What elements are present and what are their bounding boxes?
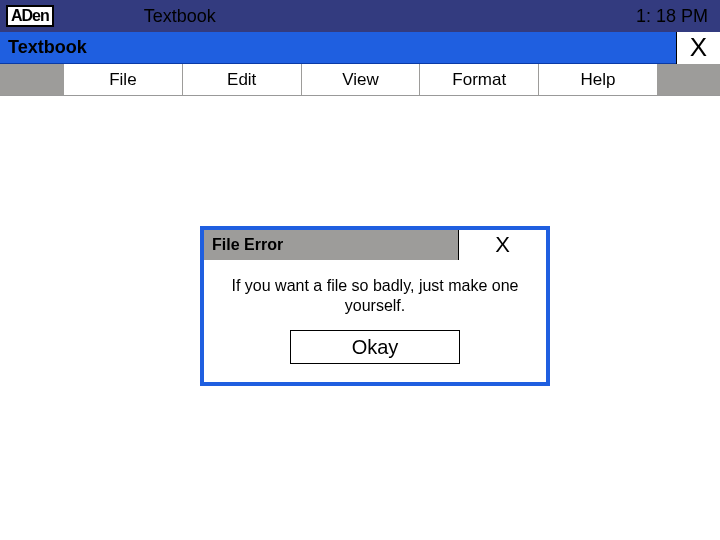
logo-icon: ADen <box>6 5 54 27</box>
system-topbar: ADen Textbook 1: 18 PM <box>0 0 720 32</box>
logo-text: ADen <box>11 7 49 25</box>
menubar-spacer-left <box>0 64 64 95</box>
dialog-actions: Okay <box>204 330 546 382</box>
dialog-title: File Error <box>204 230 458 260</box>
menubar: File Edit View Format Help <box>0 64 720 96</box>
dialog-ok-button[interactable]: Okay <box>290 330 460 364</box>
menu-file[interactable]: File <box>64 64 183 95</box>
window-titlebar: Textbook X <box>0 32 720 64</box>
dialog-titlebar: File Error X <box>204 230 546 260</box>
topbar-app-title: Textbook <box>54 6 636 27</box>
menu-edit[interactable]: Edit <box>183 64 302 95</box>
clock-label: 1: 18 PM <box>636 6 714 27</box>
error-dialog: File Error X If you want a file so badly… <box>200 226 550 386</box>
document-canvas: File Error X If you want a file so badly… <box>0 96 720 540</box>
window-close-button[interactable]: X <box>676 32 720 64</box>
menubar-spacer-right <box>658 64 720 95</box>
dialog-ok-label: Okay <box>352 336 399 359</box>
menu-view[interactable]: View <box>302 64 421 95</box>
menu-format[interactable]: Format <box>420 64 539 95</box>
dialog-message: If you want a file so badly, just make o… <box>204 260 546 330</box>
dialog-close-button[interactable]: X <box>458 230 546 260</box>
close-icon: X <box>690 32 707 63</box>
menu-help[interactable]: Help <box>539 64 658 95</box>
close-icon: X <box>495 232 510 258</box>
window-title: Textbook <box>0 37 87 58</box>
